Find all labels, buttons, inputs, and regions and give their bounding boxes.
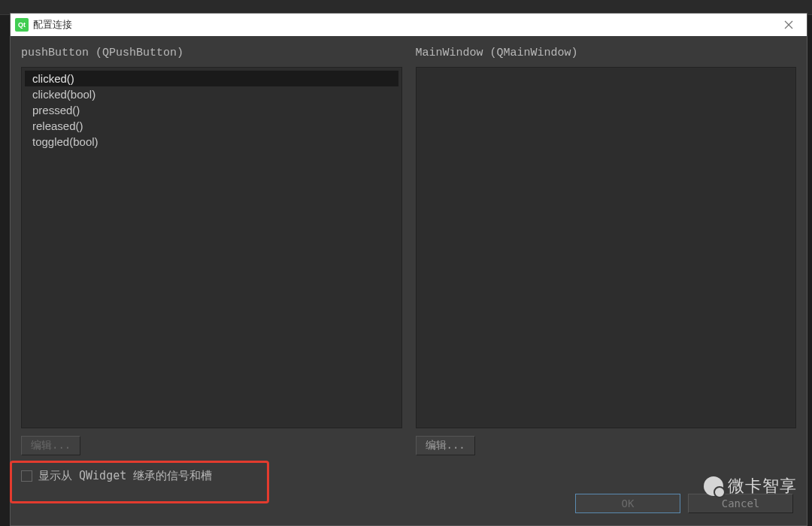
cancel-button[interactable]: Cancel (688, 494, 793, 513)
dialog-content: pushButton (QPushButton) clicked()clicke… (11, 36, 807, 525)
slots-panel: MainWindow (QMainWindow) 编辑... (416, 47, 797, 455)
qt-icon: Qt (15, 18, 29, 32)
edit-signals-button[interactable]: 编辑... (21, 436, 80, 455)
signal-item[interactable]: pressed() (25, 102, 398, 118)
signal-item[interactable]: toggled(bool) (25, 134, 398, 150)
close-icon (784, 20, 793, 29)
show-inherited-row[interactable]: 显示从 QWidget 继承的信号和槽 (21, 469, 796, 483)
signals-panel: pushButton (QPushButton) clicked()clicke… (21, 47, 402, 455)
titlebar: Qt 配置连接 (11, 14, 807, 36)
signal-item[interactable]: released() (25, 118, 398, 134)
dialog-title: 配置连接 (33, 18, 775, 32)
signal-item[interactable]: clicked() (25, 71, 398, 86)
show-inherited-label: 显示从 QWidget 继承的信号和槽 (38, 469, 212, 483)
signals-listbox[interactable]: clicked()clicked(bool)pressed()released(… (21, 67, 402, 428)
dialog-button-row: OK Cancel (21, 494, 796, 518)
close-button[interactable] (775, 14, 802, 36)
signal-item[interactable]: clicked(bool) (25, 86, 398, 102)
signals-panel-header: pushButton (QPushButton) (21, 47, 402, 59)
edit-slots-button[interactable]: 编辑... (416, 436, 475, 455)
slots-listbox[interactable] (416, 67, 797, 428)
slots-panel-header: MainWindow (QMainWindow) (416, 47, 797, 59)
show-inherited-checkbox[interactable] (21, 470, 32, 482)
ok-button[interactable]: OK (575, 494, 680, 513)
configure-connection-dialog: Qt 配置连接 pushButton (QPushButton) clicked… (10, 13, 807, 526)
panels-row: pushButton (QPushButton) clicked()clicke… (21, 47, 796, 455)
